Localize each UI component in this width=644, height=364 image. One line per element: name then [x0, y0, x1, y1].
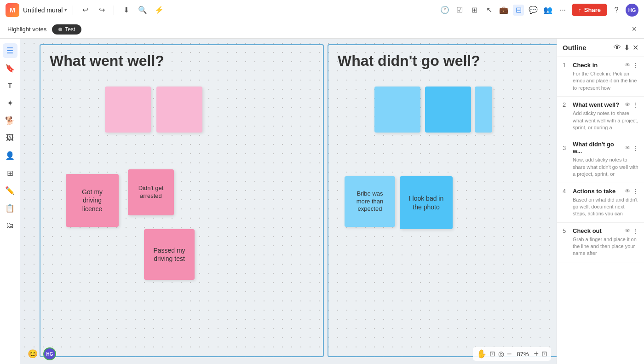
sticky-note-photo[interactable]: I look bad in the photo: [400, 176, 453, 229]
hand-tool-icon[interactable]: ✋: [477, 349, 487, 359]
outline-num-1: 1: [563, 62, 570, 69]
share-icon: ↑: [578, 6, 581, 13]
sticky-note[interactable]: [156, 87, 202, 133]
target-icon[interactable]: ◎: [498, 350, 504, 358]
clock-icon[interactable]: 🕐: [439, 5, 450, 16]
help-icon[interactable]: ?: [611, 5, 622, 16]
users-icon[interactable]: 👥: [542, 5, 553, 16]
outline-item-desc-2: Add sticky notes to share what went well…: [563, 110, 638, 131]
section-bad-title: What didn't go well?: [328, 45, 557, 69]
share-button[interactable]: ↑ Share: [572, 4, 607, 16]
outline-title: Outline: [563, 44, 610, 52]
briefcase-icon[interactable]: 💼: [498, 5, 509, 16]
sidebar-item-table[interactable]: ⊞: [3, 166, 17, 180]
outline-item-eye-icon-2[interactable]: 👁: [625, 101, 631, 108]
outline-item-icons-2: 👁 ⋮: [625, 101, 638, 108]
section-what-didnt-go-well: What didn't go well? Bribe was more than…: [328, 44, 557, 357]
user-avatar[interactable]: HG: [626, 4, 638, 17]
lightning-button[interactable]: ⚡: [153, 4, 166, 17]
outline-item-more-icon-4[interactable]: ⋮: [632, 188, 638, 195]
redo-button[interactable]: ↪: [95, 4, 108, 17]
outline-item-header-1: 1 Check in 👁 ⋮: [563, 62, 638, 69]
test-toggle-button[interactable]: Test: [52, 24, 81, 35]
topbar-divider2: [114, 6, 114, 15]
logo-icon[interactable]: M: [6, 3, 19, 17]
outline-header-icons: 👁 ⬇ ✕: [614, 43, 638, 52]
grid-icon[interactable]: ⊞: [469, 5, 480, 16]
outline-items-list: 1 Check in 👁 ⋮ For the Check in: Pick an…: [557, 57, 644, 364]
sidebar-item-sticker[interactable]: 🐕: [3, 113, 17, 128]
sidebar-item-list[interactable]: ☰: [3, 43, 17, 58]
outline-num-3: 3: [563, 144, 570, 151]
outline-item-more-icon-3[interactable]: ⋮: [632, 144, 638, 151]
sidebar-item-apps[interactable]: 🗂: [3, 218, 17, 233]
outline-header: Outline 👁 ⬇ ✕: [557, 39, 644, 57]
fullscreen-icon[interactable]: ⊡: [541, 350, 547, 358]
undo-button[interactable]: ↩: [79, 4, 92, 17]
collaborator-avatar[interactable]: HG: [43, 347, 56, 360]
mural-title: Untitled mural: [23, 6, 63, 14]
title-chevron[interactable]: ▾: [64, 7, 67, 13]
topbar: M Untitled mural ▾ ↩ ↪ ⬇ 🔍 ⚡ 🕐 ☑ ⊞ ↖ 💼 ⊟…: [0, 0, 644, 20]
download-button[interactable]: ⬇: [120, 4, 132, 17]
outline-item-5[interactable]: 5 Check out 👁 ⋮ Grab a finger and place …: [557, 223, 644, 262]
sticky-note[interactable]: [105, 87, 151, 133]
highlight-votes-label: Highlight votes: [7, 26, 46, 33]
outline-item-icons-3: 👁 ⋮: [625, 144, 638, 151]
sidebar-item-bookmark[interactable]: 🔖: [3, 61, 17, 75]
outline-close-icon[interactable]: ✕: [632, 43, 638, 52]
sidebar-item-text[interactable]: T: [3, 78, 17, 93]
outline-name-1: Check in: [573, 62, 622, 69]
toggle-dot: [58, 28, 62, 31]
search-button[interactable]: 🔍: [136, 4, 149, 17]
sticky-note-blue3[interactable]: [475, 87, 492, 133]
sticky-note-arrested[interactable]: Didn't get arrested: [128, 169, 174, 215]
share-label: Share: [584, 6, 601, 13]
outline-item-header-4: 4 Actions to take 👁 ⋮: [563, 188, 638, 195]
outline-item-header-3: 3 What didn't go w... 👁 ⋮: [563, 141, 638, 155]
outline-download-icon[interactable]: ⬇: [624, 43, 630, 52]
outline-item-1[interactable]: 1 Check in 👁 ⋮ For the Check in: Pick an…: [557, 57, 644, 97]
outline-item-desc-1: For the Check in: Pick an emoji and plac…: [563, 70, 638, 92]
outline-item-more-icon-5[interactable]: ⋮: [632, 227, 638, 234]
board-active-icon[interactable]: ⊟: [513, 5, 524, 16]
check-icon[interactable]: ☑: [454, 5, 465, 16]
outline-item-more-icon-2[interactable]: ⋮: [632, 101, 638, 108]
outline-num-5: 5: [563, 227, 570, 234]
sidebar-item-shapes[interactable]: ✦: [3, 96, 17, 110]
more-icon[interactable]: ···: [557, 5, 568, 16]
outline-item-icons-5: 👁 ⋮: [625, 227, 638, 234]
outline-panel: Outline 👁 ⬇ ✕ 1 Check in 👁 ⋮ For the Che…: [557, 39, 644, 364]
outline-item-eye-icon-4[interactable]: 👁: [625, 188, 631, 195]
outline-item-eye-icon-3[interactable]: 👁: [625, 144, 631, 151]
outline-item-header-5: 5 Check out 👁 ⋮: [563, 227, 638, 234]
outline-item-icons-4: 👁 ⋮: [625, 188, 638, 195]
chat-icon[interactable]: 💬: [528, 5, 539, 16]
sticky-note-driving-licence[interactable]: Got my driving licence: [66, 174, 119, 227]
sidebar-item-person[interactable]: 👤: [3, 148, 17, 163]
zoom-out-button[interactable]: −: [507, 349, 512, 359]
canvas[interactable]: What went well? Got my driving licence D…: [20, 39, 557, 364]
main-layout: ☰ 🔖 T ✦ 🐕 🖼 👤 ⊞ ✏️ 📋 🗂 What went well? G…: [0, 39, 644, 364]
highlight-close-button[interactable]: ×: [632, 24, 637, 34]
outline-item-2[interactable]: 2 What went well? 👁 ⋮ Add sticky notes t…: [557, 97, 644, 136]
sticky-note-passed-test[interactable]: Passed my driving test: [144, 229, 195, 280]
sidebar-item-templates[interactable]: 📋: [3, 201, 17, 215]
outline-item-4[interactable]: 4 Actions to take 👁 ⋮ Based on what did …: [557, 183, 644, 223]
sticky-note-blue2[interactable]: [425, 87, 471, 133]
zoom-in-button[interactable]: +: [534, 349, 539, 359]
outline-name-3: What didn't go w...: [573, 141, 622, 155]
outline-eye-icon[interactable]: 👁: [614, 43, 621, 52]
zoom-controls: ✋ ⊡ ◎ − 87% + ⊡: [473, 347, 551, 361]
sticky-note-blue1[interactable]: [374, 87, 420, 133]
emoji-button[interactable]: 😊: [26, 347, 40, 361]
sidebar-item-image[interactable]: 🖼: [3, 131, 17, 145]
fit-icon[interactable]: ⊡: [489, 350, 495, 358]
outline-item-eye-icon-1[interactable]: 👁: [625, 62, 631, 69]
outline-item-eye-icon-5[interactable]: 👁: [625, 227, 631, 234]
outline-item-3[interactable]: 3 What didn't go w... 👁 ⋮ Now, add stick…: [557, 136, 644, 183]
sticky-note-bribe[interactable]: Bribe was more than expected: [345, 176, 395, 227]
outline-item-more-icon-1[interactable]: ⋮: [632, 62, 638, 69]
cursor-icon[interactable]: ↖: [483, 5, 494, 16]
sidebar-item-pen[interactable]: ✏️: [3, 183, 17, 198]
